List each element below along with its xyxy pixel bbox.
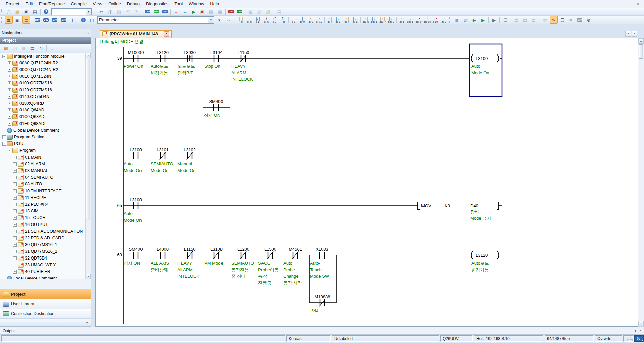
edit-comment-icon[interactable]: ▧	[461, 16, 470, 24]
edit-statement-icon[interactable]: ▶	[470, 16, 478, 24]
paste-data-icon[interactable]: ▥	[19, 44, 28, 52]
panel-splitter[interactable]	[91, 29, 95, 327]
ladder-symbol-saF5-button[interactable]: ┤↑├saF5	[362, 16, 370, 24]
ladder-symbol-F8-button[interactable]: { }F8	[279, 16, 287, 24]
expand-icon[interactable]: +	[8, 81, 11, 85]
close-icon[interactable]: ×	[87, 31, 89, 35]
tree-item-pou[interactable]: −POU	[0, 140, 91, 147]
tree-item-31-qd77ms16-2[interactable]: +31 QD77MS16_2	[0, 248, 91, 255]
edit-mode-icon[interactable]: ✎	[567, 16, 575, 24]
ladder-symbol-sF9-button[interactable]: │sF9	[298, 16, 307, 24]
tree-item-22-rtd-ad-card[interactable]: +22 RTD & AD_CARD	[0, 235, 91, 241]
tree-item-00a0-qj71c24n-r2[interactable]: +00A0:QJ71C24N-R2	[0, 60, 91, 66]
tree-item-16-output[interactable]: +16 OUTPUT	[0, 221, 91, 228]
menu-project[interactable]: Project	[3, 0, 22, 7]
ladder-symbol-aF5-button[interactable]: ↑aF5	[398, 16, 406, 24]
ladder-symbol-F6-button[interactable]: ┤/├F6	[254, 16, 262, 24]
expand-icon[interactable]: +	[13, 209, 17, 213]
tree-item-04-semi-auto[interactable]: +04 SEMI AUTO	[0, 174, 91, 181]
print-icon[interactable]: ▤	[31, 8, 39, 15]
tree-item-08-auto[interactable]: +08 AUTO	[0, 181, 91, 187]
new-data-icon[interactable]: ▩	[2, 44, 10, 52]
tree-item-01c0-q68adi[interactable]: +01C0:Q68ADI	[0, 113, 91, 120]
ladder-symbol-F5-button[interactable]: ┤ ├F5	[237, 16, 245, 24]
menu-debug[interactable]: Debug	[124, 0, 143, 7]
expand-icon[interactable]: +	[13, 176, 17, 179]
open-project-icon[interactable]: ▨	[13, 8, 22, 15]
menu-find-replace[interactable]: Find/Replace	[36, 0, 68, 7]
ladder-symbol-sF5-button[interactable]: ┤ ├sF5	[245, 16, 254, 24]
monitor-pause-icon[interactable]: ▦	[207, 8, 215, 15]
statement-batch-icon[interactable]: ▶	[490, 16, 498, 24]
device-test2-icon[interactable]: Dev	[51, 16, 59, 24]
tree-item-11-recipe[interactable]: +11 RECIPE	[0, 194, 91, 201]
data-property-icon[interactable]: ▤	[28, 44, 36, 52]
collapse-icon[interactable]: −	[8, 149, 11, 152]
quick-access-combobox[interactable]: ▼	[51, 8, 92, 15]
tree-item-intelligent-function-module[interactable]: −Intelligent Function Module	[0, 53, 91, 60]
doc-gen3-icon[interactable]: ▤	[530, 16, 538, 24]
tree-item-02-alarm[interactable]: +02 ALARM	[0, 161, 91, 167]
menu-view[interactable]: View	[90, 0, 105, 7]
tree-item-15-touch[interactable]: +15 TOUCH	[0, 214, 91, 221]
minimize-window-icon[interactable]: –	[627, 1, 633, 7]
tree-item-01-main[interactable]: +01 MAIN	[0, 154, 91, 161]
note-display-icon[interactable]: ▧	[264, 8, 272, 15]
document-tab[interactable]: [PRG]Write 01 MAIN 148... ×	[100, 30, 172, 38]
expand-icon[interactable]: +	[8, 122, 11, 126]
chevron-down-icon[interactable]: ▼	[208, 17, 214, 23]
pin-icon[interactable]: ✛	[634, 329, 637, 333]
tree-item-0180-q64rd[interactable]: +0180:Q64RD	[0, 100, 91, 107]
expand-icon[interactable]: +	[8, 108, 11, 112]
ladder-symbol-sF6-button[interactable]: ┤/├sF6	[262, 16, 271, 24]
tree-item-13-cim[interactable]: +13 CIM	[0, 208, 91, 214]
tree-item-local-device-comment[interactable]: Local Device Comment	[0, 275, 91, 279]
save-project-icon[interactable]: ▣	[22, 8, 30, 15]
statement-display-icon[interactable]: ▧	[255, 8, 264, 15]
ladder-symbol-aF7-button[interactable]: ┤↑├aF7	[343, 16, 351, 24]
expand-icon[interactable]: +	[13, 196, 17, 200]
cut-icon[interactable]: ✂	[97, 8, 106, 15]
expand-icon[interactable]: +	[13, 270, 17, 274]
output-window-toggle-icon[interactable]: ▤	[22, 16, 30, 24]
expand-icon[interactable]: +	[13, 256, 17, 260]
paste-icon[interactable]: ▥	[115, 8, 123, 15]
ladder-symbol-cF9-button[interactable]: ✕cF9	[307, 16, 315, 24]
copy-data-icon[interactable]: ◫	[11, 44, 19, 52]
editor-scrollbar[interactable]: ▲ ▼	[638, 38, 644, 327]
cross-reference-icon[interactable]: ✛	[68, 16, 76, 24]
ladder-symbol-cF10-button[interactable]: ✕cF10	[315, 16, 323, 24]
device-monitor-icon[interactable]: Dev	[152, 8, 160, 15]
help-icon[interactable]: ?	[42, 8, 50, 15]
ladder-symbol-caF10-button[interactable]: └caF10	[423, 16, 431, 24]
read-from-plc-icon[interactable]: ←	[181, 8, 189, 15]
expand-icon[interactable]: +	[13, 189, 17, 193]
ladder-symbol-saF8-button[interactable]: ┤↓├saF8	[387, 16, 395, 24]
find-icon[interactable]: ◫	[88, 16, 96, 24]
ladder-symbol-F10-button[interactable]: │✕F10	[431, 16, 440, 24]
device-comment2-icon[interactable]: Dev	[33, 16, 41, 24]
ladder-canvas[interactable]: [Title]장비 MODE 변경396569M10000Power OnL31…	[95, 38, 638, 327]
tree-item-33-umac-wt-y[interactable]: 33 UMAC_WT-Y	[0, 262, 91, 268]
tree-item-00c0-qj71c24n-r2[interactable]: +00C0:QJ71C24N-R2	[0, 66, 91, 73]
refresh-icon[interactable]: ↻	[37, 44, 45, 52]
write-to-plc-icon[interactable]: →	[172, 8, 180, 15]
tree-item-0100-qd77ms16[interactable]: +0100:QD77MS16	[0, 80, 91, 87]
expand-icon[interactable]: +	[13, 223, 17, 227]
tree-item-12-plc-통신[interactable]: +12 PLC 통신	[0, 201, 91, 208]
expand-icon[interactable]: +	[8, 88, 11, 92]
scroll-thumb[interactable]	[639, 44, 643, 59]
comment-display-icon[interactable]: ▧	[247, 8, 255, 15]
undo-icon[interactable]: ↶	[124, 8, 132, 15]
tree-item-30-qd77ms16-1[interactable]: +30 QD77MS16_1	[0, 241, 91, 248]
close-window-icon[interactable]: ×	[635, 1, 641, 7]
copy-icon[interactable]: ◫	[106, 8, 114, 15]
tree-item-00e0-qj71c24n[interactable]: +00E0:QJ71C24N	[0, 73, 91, 80]
expand-icon[interactable]: +	[8, 75, 11, 78]
help2-icon[interactable]: ?	[79, 16, 87, 24]
tree-item-program[interactable]: −Program	[0, 147, 91, 154]
ladder-symbol-caF5-button[interactable]: ↓caF5	[406, 16, 414, 24]
expand-icon[interactable]: +	[8, 102, 11, 105]
navigation-chevron[interactable]: »	[0, 319, 91, 326]
ladder-symbol-saF6-button[interactable]: ┤↓├saF6	[370, 16, 378, 24]
